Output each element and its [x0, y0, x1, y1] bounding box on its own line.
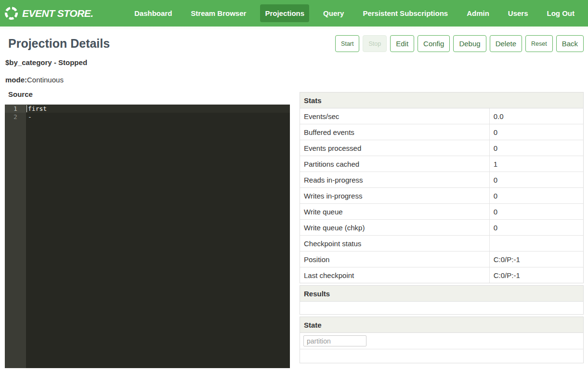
stat-row: Last checkpoint C:0/P:-1: [300, 267, 583, 283]
line-number: 2: [5, 113, 26, 121]
line-number: 1: [5, 105, 26, 113]
stat-value: 0: [489, 220, 583, 235]
stat-label: Checkpoint status: [300, 236, 489, 251]
mode-value: Continuous: [27, 76, 64, 84]
stats-panel-title: Stats: [300, 93, 583, 108]
brand-name: EVENT STORE.: [22, 8, 93, 19]
stat-value: 0: [489, 204, 583, 219]
stat-label: Write queue (chkp): [300, 220, 489, 235]
action-button[interactable]: Stop: [363, 35, 387, 52]
action-button[interactable]: Edit: [390, 35, 414, 52]
stat-value: 0.0: [489, 108, 583, 124]
source-code-editor[interactable]: 12 first-: [5, 105, 290, 368]
stat-label: Write queue: [300, 204, 489, 219]
nav-item[interactable]: Stream Browser: [186, 4, 251, 22]
stat-label: Writes in-progress: [300, 188, 489, 203]
stat-row: Position C:0/P:-1: [300, 252, 583, 267]
page-title: Projection Details: [5, 37, 110, 51]
editor-caret: [26, 105, 27, 112]
stat-value: 0: [489, 124, 583, 140]
projection-name-status: $by_category - Stopped: [5, 56, 584, 66]
action-button[interactable]: Config: [418, 35, 450, 52]
eventstore-logo[interactable]: EVENT STORE.: [5, 7, 93, 20]
stat-value: [489, 236, 583, 251]
stat-label: Events/sec: [300, 108, 489, 124]
stat-value: C:0/P:-1: [489, 252, 583, 267]
nav-item[interactable]: Users: [503, 4, 533, 22]
stat-row: Write queue 0: [300, 204, 583, 220]
source-section: Source 12 first-: [5, 90, 290, 368]
source-label: Source: [5, 90, 290, 98]
state-empty-row: [300, 349, 583, 363]
stat-value: C:0/P:-1: [489, 267, 583, 283]
stat-value: 1: [489, 156, 583, 172]
eventstore-ring-icon: [3, 5, 19, 21]
stat-row: Checkpoint status: [300, 236, 583, 252]
projection-mode: mode:Continuous: [5, 66, 584, 84]
nav-item[interactable]: Projections: [260, 4, 309, 22]
action-button[interactable]: Start: [335, 35, 359, 52]
stat-label: Reads in-progress: [300, 172, 489, 187]
state-panel: State: [300, 317, 584, 363]
stat-value: 0: [489, 172, 583, 187]
stat-label: Buffered events: [300, 124, 489, 140]
state-panel-title: State: [300, 317, 583, 333]
stat-row: Writes in-progress 0: [300, 188, 583, 204]
editor-line-numbers: 12: [5, 105, 26, 368]
partition-input[interactable]: [303, 335, 366, 346]
top-navbar: EVENT STORE. DashboardStream BrowserProj…: [0, 0, 588, 26]
stat-row: Events processed 0: [300, 140, 583, 156]
action-button[interactable]: Reset: [525, 35, 553, 52]
nav-item[interactable]: Dashboard: [130, 4, 177, 22]
stat-value: 0: [489, 188, 583, 203]
stat-label: Position: [300, 252, 489, 267]
stat-row: Events/sec 0.0: [300, 108, 583, 124]
editor-code-area[interactable]: first-: [26, 105, 290, 368]
stats-panel: Stats Events/sec 0.0 Buffered events 0 E…: [300, 92, 584, 283]
page-header: Projection Details StartStopEditConfigDe…: [5, 30, 584, 56]
page-tint-strip: [0, 26, 588, 30]
code-line: -: [26, 113, 290, 121]
code-line: first: [26, 105, 290, 113]
stat-label: Events processed: [300, 140, 489, 156]
state-input-row: [300, 333, 583, 349]
stat-row: Buffered events 0: [300, 124, 583, 140]
stats-rows: Events/sec 0.0 Buffered events 0 Events …: [300, 108, 583, 283]
results-panel: Results: [300, 285, 584, 315]
stat-row: Write queue (chkp) 0: [300, 220, 583, 236]
nav-item[interactable]: Admin: [462, 4, 494, 22]
action-button[interactable]: Back: [556, 35, 584, 52]
nav-item[interactable]: Query: [318, 4, 349, 22]
action-button[interactable]: Debug: [453, 35, 486, 52]
mode-label: mode:: [5, 76, 27, 84]
action-button[interactable]: Delete: [490, 35, 522, 52]
stat-row: Partitions cached 1: [300, 156, 583, 172]
stat-label: Last checkpoint: [300, 267, 489, 283]
stat-value: 0: [489, 140, 583, 156]
projection-action-buttons: StartStopEditConfigDebugDeleteResetBack: [335, 35, 584, 52]
stat-label: Partitions cached: [300, 156, 489, 172]
results-empty-row: [300, 302, 583, 314]
nav-item[interactable]: Log Out: [542, 4, 579, 22]
nav-item[interactable]: Persistent Subscriptions: [358, 4, 453, 22]
results-panel-title: Results: [300, 286, 583, 302]
nav-menu: DashboardStream BrowserProjectionsQueryP…: [130, 4, 579, 22]
stat-row: Reads in-progress 0: [300, 172, 583, 188]
